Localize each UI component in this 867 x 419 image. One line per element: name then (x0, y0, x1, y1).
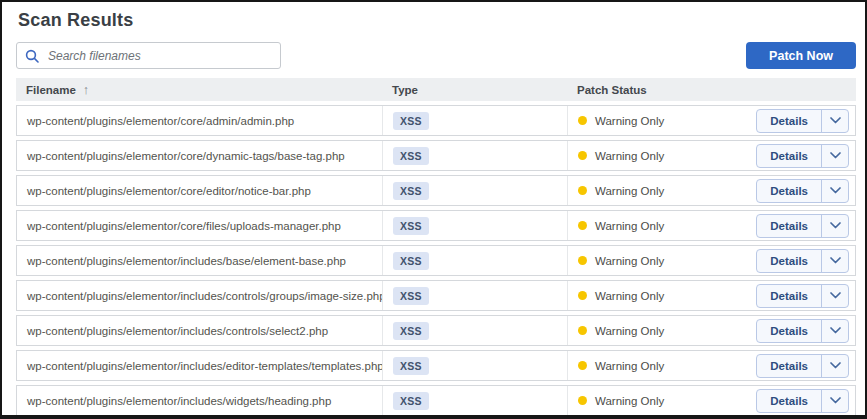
details-button-label[interactable]: Details (757, 180, 822, 202)
warning-dot-icon (578, 361, 587, 370)
filename-cell-text: wp-content/plugins/elementor/includes/co… (27, 325, 328, 337)
chevron-down-icon[interactable] (822, 320, 848, 342)
patch-status-label: Warning Only (595, 185, 664, 197)
patch-status-label: Warning Only (595, 150, 664, 162)
filename-cell-text: wp-content/plugins/elementor/includes/wi… (27, 395, 331, 407)
page-title: Scan Results (18, 10, 856, 31)
action-cell: Details (753, 316, 855, 345)
type-badge: XSS (393, 252, 429, 270)
type-cell: XSS (383, 106, 568, 135)
table-row: wp-content/plugins/elementor/core/dynami… (16, 140, 856, 171)
filename-cell-text: wp-content/plugins/elementor/includes/ed… (27, 360, 383, 372)
warning-dot-icon (578, 256, 587, 265)
patch-status-cell: Warning Only (568, 211, 753, 240)
type-badge: XSS (393, 392, 429, 410)
column-header-filename[interactable]: Filename ↑ (16, 83, 382, 97)
patch-status-label: Warning Only (595, 325, 664, 337)
search-box[interactable] (16, 42, 281, 69)
type-badge: XSS (393, 217, 429, 235)
type-badge: XSS (393, 112, 429, 130)
column-header-filename-label: Filename (26, 84, 76, 96)
filename-cell-text: wp-content/plugins/elementor/core/dynami… (27, 150, 345, 162)
filename-cell: wp-content/plugins/elementor/includes/ed… (17, 351, 383, 380)
column-header-patch-status-label: Patch Status (577, 84, 647, 96)
details-split-button[interactable]: Details (756, 284, 849, 308)
patch-now-button[interactable]: Patch Now (746, 42, 856, 69)
filename-cell-text: wp-content/plugins/elementor/core/admin/… (27, 115, 294, 127)
action-cell: Details (753, 351, 855, 380)
type-badge: XSS (393, 182, 429, 200)
type-cell: XSS (383, 246, 568, 275)
warning-dot-icon (578, 116, 587, 125)
table-row: wp-content/plugins/elementor/includes/ed… (16, 350, 856, 381)
details-split-button[interactable]: Details (756, 109, 849, 133)
filename-cell-text: wp-content/plugins/elementor/core/files/… (27, 220, 341, 232)
chevron-down-icon[interactable] (822, 250, 848, 272)
patch-status-label: Warning Only (595, 360, 664, 372)
chevron-down-icon[interactable] (822, 215, 848, 237)
details-button-label[interactable]: Details (757, 215, 822, 237)
details-button-label[interactable]: Details (757, 320, 822, 342)
warning-dot-icon (578, 291, 587, 300)
chevron-down-icon[interactable] (822, 145, 848, 167)
type-cell: XSS (383, 281, 568, 310)
filename-cell: wp-content/plugins/elementor/core/files/… (17, 211, 383, 240)
table-header-row: Filename ↑ Type Patch Status (16, 78, 856, 101)
table-body: wp-content/plugins/elementor/core/admin/… (16, 105, 856, 416)
details-split-button[interactable]: Details (756, 389, 849, 413)
patch-status-label: Warning Only (595, 255, 664, 267)
patch-status-cell: Warning Only (568, 141, 753, 170)
details-button-label[interactable]: Details (757, 110, 822, 132)
chevron-down-icon[interactable] (822, 180, 848, 202)
details-button-label[interactable]: Details (757, 355, 822, 377)
details-split-button[interactable]: Details (756, 319, 849, 343)
details-button-label[interactable]: Details (757, 390, 822, 412)
warning-dot-icon (578, 186, 587, 195)
type-cell: XSS (383, 176, 568, 205)
chevron-down-icon[interactable] (822, 390, 848, 412)
patch-status-label: Warning Only (595, 395, 664, 407)
details-button-label[interactable]: Details (757, 285, 822, 307)
filename-cell-text: wp-content/plugins/elementor/core/editor… (27, 185, 311, 197)
warning-dot-icon (578, 221, 587, 230)
action-cell: Details (753, 281, 855, 310)
table-row: wp-content/plugins/elementor/includes/ba… (16, 245, 856, 276)
toolbar: Patch Now (16, 42, 856, 69)
page: Scan Results Patch Now Filename ↑ Type (2, 2, 865, 416)
details-button-label[interactable]: Details (757, 250, 822, 272)
type-cell: XSS (383, 386, 568, 415)
type-cell: XSS (383, 351, 568, 380)
details-button-label[interactable]: Details (757, 145, 822, 167)
action-cell: Details (753, 106, 855, 135)
warning-dot-icon (578, 396, 587, 405)
patch-status-cell: Warning Only (568, 176, 753, 205)
details-split-button[interactable]: Details (756, 249, 849, 273)
column-header-patch-status[interactable]: Patch Status (567, 84, 754, 96)
type-badge: XSS (393, 357, 429, 375)
table-row: wp-content/plugins/elementor/includes/wi… (16, 385, 856, 416)
details-split-button[interactable]: Details (756, 214, 849, 238)
details-split-button[interactable]: Details (756, 179, 849, 203)
action-cell: Details (753, 176, 855, 205)
column-header-type[interactable]: Type (382, 84, 567, 96)
action-cell: Details (753, 386, 855, 415)
scan-results-window: Scan Results Patch Now Filename ↑ Type (0, 0, 867, 419)
chevron-down-icon[interactable] (822, 355, 848, 377)
filename-cell: wp-content/plugins/elementor/includes/ba… (17, 246, 383, 275)
action-cell: Details (753, 211, 855, 240)
details-split-button[interactable]: Details (756, 354, 849, 378)
patch-status-cell: Warning Only (568, 386, 753, 415)
warning-dot-icon (578, 326, 587, 335)
details-split-button[interactable]: Details (756, 144, 849, 168)
chevron-down-icon[interactable] (822, 110, 848, 132)
filename-cell: wp-content/plugins/elementor/core/admin/… (17, 106, 383, 135)
search-input[interactable] (46, 48, 272, 64)
chevron-down-icon[interactable] (822, 285, 848, 307)
filename-cell: wp-content/plugins/elementor/includes/wi… (17, 386, 383, 415)
table-row: wp-content/plugins/elementor/includes/co… (16, 280, 856, 311)
table-row: wp-content/plugins/elementor/includes/co… (16, 315, 856, 346)
action-cell: Details (753, 246, 855, 275)
patch-status-cell: Warning Only (568, 106, 753, 135)
search-icon (25, 49, 39, 63)
filename-cell-text: wp-content/plugins/elementor/includes/co… (27, 290, 383, 302)
